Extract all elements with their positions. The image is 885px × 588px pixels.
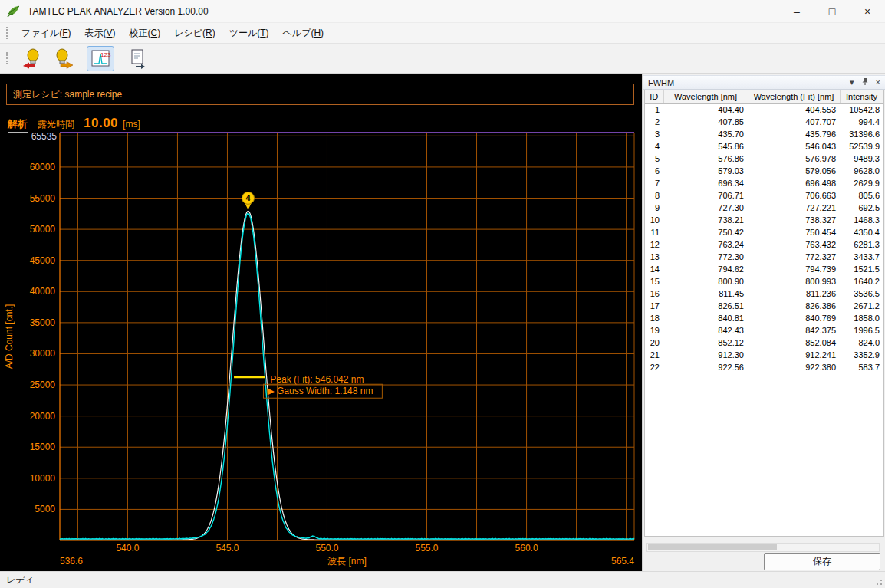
table-row[interactable]: 3435.70435.79631396.6 — [645, 128, 883, 140]
table-cell: 2629.9 — [840, 177, 883, 189]
table-cell: 3433.7 — [840, 251, 883, 263]
column-header[interactable]: ID — [645, 90, 663, 103]
panel-close-icon[interactable]: × — [876, 78, 880, 87]
minimize-button[interactable]: – — [779, 0, 814, 22]
table-row[interactable]: 7696.34696.4982629.9 — [645, 177, 883, 189]
table-row[interactable]: 10738.21738.3271468.3 — [645, 214, 883, 226]
table-row[interactable]: 2407.85407.707994.4 — [645, 116, 883, 128]
table-cell: 11 — [645, 226, 663, 238]
toolbar-123-label: 123 — [100, 51, 111, 58]
table-cell: 404.553 — [748, 103, 840, 116]
chevron-down-icon[interactable]: ▾ — [850, 78, 854, 87]
fwhm-panel-header: FWHM ▾ × — [643, 75, 885, 90]
table-header-row: IDWavelength [nm]Wavelength (Fit) [nm]In… — [645, 90, 883, 103]
table-row[interactable]: 22922.56922.380583.7 — [645, 361, 883, 373]
toolbar-grip[interactable] — [6, 52, 9, 64]
resize-grip-icon[interactable] — [873, 577, 883, 586]
table-row[interactable]: 16811.45811.2363536.5 — [645, 287, 883, 300]
x-tick-label: 560.0 — [515, 543, 538, 554]
table-row[interactable]: 1404.40404.55310542.8 — [645, 103, 883, 116]
table-cell: 407.85 — [663, 116, 748, 128]
table-cell: 727.221 — [748, 202, 840, 214]
table-cell: 10 — [645, 214, 663, 226]
table-cell: 738.327 — [748, 214, 840, 226]
horizontal-scrollbar[interactable] — [646, 543, 880, 552]
table-row[interactable]: 13772.30772.3273433.7 — [645, 251, 883, 263]
table-row[interactable]: 5576.86576.9789489.3 — [645, 153, 883, 165]
lamp-acquire-button[interactable] — [18, 46, 46, 71]
table-row[interactable]: 4545.86546.04352539.9 — [645, 140, 883, 153]
table-cell: 750.42 — [663, 226, 748, 238]
fwhm-table-body: 1404.40404.55310542.82407.85407.707994.4… — [645, 103, 883, 373]
table-row[interactable]: 18840.81840.7691858.0 — [645, 312, 883, 324]
table-row[interactable]: 21912.30912.2413352.9 — [645, 349, 883, 361]
peak-chart-icon: 123 — [90, 48, 111, 69]
table-row[interactable]: 20852.12852.084824.0 — [645, 337, 883, 349]
x-tick-label: 540.0 — [116, 543, 139, 554]
table-cell: 16 — [645, 287, 663, 300]
table-row[interactable]: 19842.43842.3751996.5 — [645, 324, 883, 337]
table-row[interactable]: 8706.71706.663805.6 — [645, 189, 883, 202]
report-export-button[interactable] — [123, 46, 151, 71]
spectrum-chart[interactable]: Peak (Fit): 546.042 nm▶ Gauss Width: 1.1… — [0, 74, 642, 571]
menu-item-help[interactable]: ヘルプ(H) — [276, 24, 331, 43]
menu-item-recipe[interactable]: レシピ(R) — [167, 24, 222, 43]
table-cell: 1640.2 — [840, 275, 883, 287]
scrollbar-thumb[interactable] — [648, 544, 777, 550]
menu-item-view[interactable]: 表示(V) — [77, 24, 122, 43]
table-row[interactable]: 12763.24763.4326281.3 — [645, 238, 883, 251]
table-row[interactable]: 14794.62794.7391521.5 — [645, 263, 883, 275]
menu-item-tools[interactable]: ツール(T) — [222, 24, 276, 43]
panel-header-icons: ▾ × — [850, 77, 880, 87]
table-cell: 9628.0 — [840, 165, 883, 177]
table-cell: 772.327 — [748, 251, 840, 263]
table-row[interactable]: 6579.03579.0569628.0 — [645, 165, 883, 177]
table-cell: 840.81 — [663, 312, 748, 324]
table-cell: 800.993 — [748, 275, 840, 287]
table-cell: 842.43 — [663, 324, 748, 337]
table-row[interactable]: 15800.90800.9931640.2 — [645, 275, 883, 287]
maximize-button[interactable]: □ — [814, 0, 850, 22]
y-tick-label: 25000 — [30, 379, 56, 390]
peak-analysis-button[interactable]: 123 — [87, 46, 114, 71]
table-row[interactable]: 9727.30727.221692.5 — [645, 202, 883, 214]
table-cell: 20 — [645, 337, 663, 349]
column-header[interactable]: Wavelength (Fit) [nm] — [748, 90, 840, 103]
menu-item-calibration[interactable]: 校正(C) — [122, 24, 167, 43]
column-header[interactable]: Intensity — [840, 90, 883, 103]
table-cell: 407.707 — [748, 116, 840, 128]
table-cell: 576.978 — [748, 153, 840, 165]
x-min-label: 536.6 — [60, 556, 83, 567]
table-cell: 2671.2 — [840, 300, 883, 312]
lamp-reference-button[interactable] — [50, 46, 77, 71]
y-tick-label: 10000 — [30, 473, 56, 484]
y-axis-title: A/D Count [cnt.] — [4, 304, 15, 370]
table-cell: 1858.0 — [840, 312, 883, 324]
table-cell: 404.40 — [663, 103, 748, 116]
y-tick-label: 45000 — [30, 255, 56, 266]
table-cell: 3536.5 — [840, 287, 883, 300]
annotation-1: ▶ Gauss Width: 1.148 nm — [267, 386, 373, 396]
table-row[interactable]: 11750.42750.4544350.4 — [645, 226, 883, 238]
lamp-yellow-arrow-icon — [53, 48, 74, 69]
save-button[interactable]: 保存 — [764, 553, 880, 570]
table-row[interactable]: 17826.51826.3862671.2 — [645, 300, 883, 312]
table-cell: 1996.5 — [840, 324, 883, 337]
y-tick-label: 30000 — [30, 348, 56, 359]
x-tick-label: 550.0 — [315, 543, 338, 554]
table-cell: 8 — [645, 189, 663, 202]
column-header[interactable]: Wavelength [nm] — [663, 90, 748, 103]
table-cell: 9489.3 — [840, 153, 883, 165]
pin-icon[interactable] — [861, 77, 869, 87]
menubar-grip[interactable] — [6, 27, 9, 39]
table-cell: 435.796 — [748, 128, 840, 140]
menu-item-file[interactable]: ファイル(F) — [15, 24, 77, 43]
table-cell: 435.70 — [663, 128, 748, 140]
table-cell: 3 — [645, 128, 663, 140]
table-cell: 800.90 — [663, 275, 748, 287]
y-tick-label: 60000 — [30, 162, 56, 172]
close-button[interactable]: × — [850, 0, 885, 22]
peak-marker-label: 4 — [245, 193, 251, 202]
table-cell: 6281.3 — [840, 238, 883, 251]
table-cell: 750.454 — [748, 226, 840, 238]
